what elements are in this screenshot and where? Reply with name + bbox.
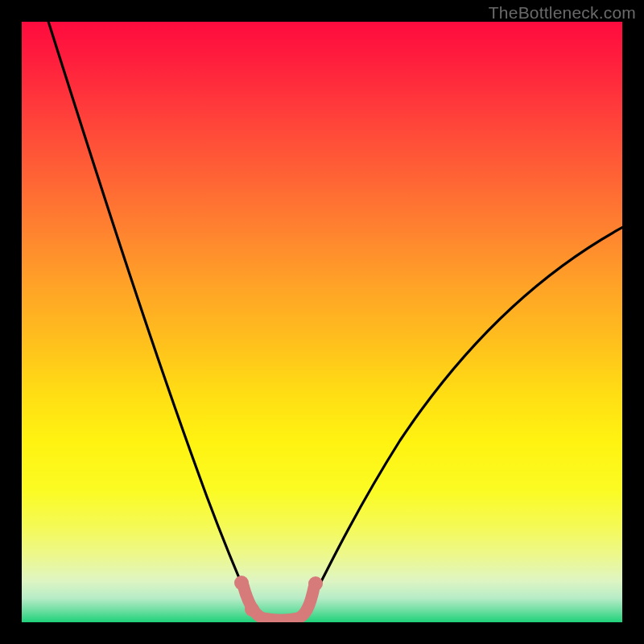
chart-curves-svg — [22, 22, 622, 622]
watermark-text: TheBottleneck.com — [489, 3, 636, 23]
curve-right-branch — [305, 221, 622, 613]
chart-frame: TheBottleneck.com — [0, 0, 644, 644]
curve-left-branch — [46, 22, 254, 613]
valley-highlight-dot-left-lower — [245, 602, 259, 617]
valley-highlight-dot-right — [308, 576, 323, 591]
valley-highlight-dot-left — [234, 576, 249, 590]
chart-plot-area — [22, 22, 622, 622]
